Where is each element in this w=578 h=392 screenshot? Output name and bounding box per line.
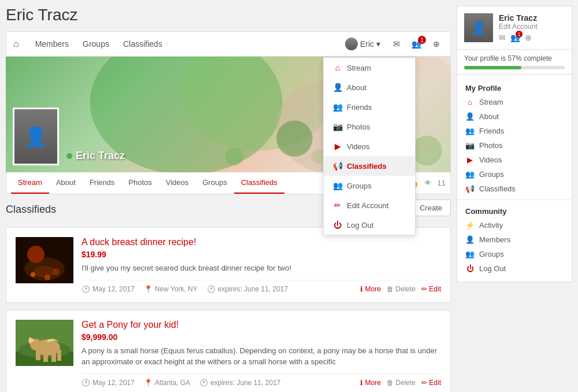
edit-button[interactable]: ✏ Edit — [421, 285, 441, 293]
listing-price: $9,999.00 — [81, 332, 441, 342]
profile-name-overlay: Eric Tracz — [66, 150, 125, 162]
sidebar-item-videos[interactable]: ▶ Videos — [457, 153, 572, 167]
tab-about[interactable]: About — [49, 172, 83, 194]
sidebar-about-label: About — [479, 112, 499, 121]
sidebar-friends-label: Friends — [479, 127, 504, 135]
tab-friends[interactable]: Friends — [83, 172, 121, 194]
delete-button[interactable]: 🗑 Delete — [387, 379, 416, 387]
sidebar-activity-label: Activity — [479, 221, 503, 230]
dropdown-friends[interactable]: 👥 Friends — [324, 97, 415, 117]
svg-point-6 — [225, 147, 243, 165]
community-section-title: Community — [457, 204, 572, 218]
classifieds-icon: 📢 — [333, 161, 342, 171]
dropdown-stream-label: Stream — [347, 64, 371, 72]
svg-point-8 — [412, 135, 442, 165]
user-dropdown-menu: ⌂ Stream 👤 About 👥 Friends 📷 Photos ▶ — [323, 57, 416, 235]
svg-point-13 — [31, 272, 35, 277]
listing-body: Get a Pony for your kid! $9,999.00 A pon… — [81, 320, 441, 387]
listing-body: A duck breast dinner recipe! $19.99 I'll… — [81, 237, 441, 293]
listing-actions: ℹ More 🗑 Delete ✏ Edit — [360, 285, 441, 293]
tab-groups[interactable]: Groups — [195, 172, 234, 194]
pin-icon: 📍 — [144, 379, 153, 387]
dropdown-chevron-icon: ▾ — [376, 39, 380, 49]
listing-expires: 🕐 expires: June 11, 2017 — [207, 285, 288, 293]
sidebar-user-name: Eric Tracz — [499, 13, 565, 23]
dropdown-edit-account[interactable]: ✏ Edit Account — [324, 195, 415, 215]
dropdown-photos-label: Photos — [347, 123, 370, 131]
nav-classifieds[interactable]: Classifieds — [116, 31, 169, 57]
edit-button[interactable]: ✏ Edit — [421, 379, 441, 387]
online-indicator — [66, 153, 72, 159]
sidebar-item-stream[interactable]: ⌂ Stream — [457, 95, 572, 109]
listing-description: I'll give you my secret seared duck brea… — [81, 262, 441, 274]
sidebar-item-classifieds[interactable]: 📢 Classifieds — [457, 182, 572, 196]
delete-button[interactable]: 🗑 Delete — [387, 285, 416, 293]
dropdown-groups[interactable]: 👥 Groups — [324, 176, 415, 195]
dropdown-videos[interactable]: ▶ Videos — [324, 136, 415, 156]
community-groups-nav-icon: 👥 — [465, 250, 475, 258]
sidebar-avatar: 👤 — [464, 13, 493, 42]
dropdown-classifieds[interactable]: 📢 Classifieds — [324, 156, 415, 176]
dropdown-photos[interactable]: 📷 Photos — [324, 117, 415, 136]
sidebar-divider — [457, 199, 572, 200]
mail-icon-btn[interactable]: ✉ — [390, 37, 403, 51]
sidebar-globe-icon[interactable]: ⊕ — [525, 33, 532, 42]
videos-icon: ▶ — [333, 142, 342, 151]
sidebar-edit-link[interactable]: Edit Account — [499, 23, 565, 31]
dropdown-about-label: About — [347, 83, 366, 92]
listing-thumbnail — [16, 320, 73, 366]
sidebar-item-activity[interactable]: ⚡ Activity — [457, 218, 572, 232]
sidebar-mail-icon[interactable]: ✉ — [499, 33, 506, 42]
friends-icon-btn[interactable]: 👥 1 — [408, 37, 425, 51]
globe-icon-btn[interactable]: ⊕ — [429, 37, 443, 51]
right-sidebar: 👤 Eric Tracz Edit Account ✉ 👥 1 ⊕ Your p… — [457, 0, 578, 392]
logout-icon: ⏻ — [333, 220, 342, 230]
nav-groups[interactable]: Groups — [76, 31, 116, 57]
more-button[interactable]: ℹ More — [360, 379, 381, 387]
progress-text: Your profile is 57% complete — [464, 54, 565, 62]
friends-icon: 👥 — [333, 102, 342, 112]
tab-photos[interactable]: Photos — [121, 172, 158, 194]
user-menu-button[interactable]: Eric ▾ — [340, 35, 385, 53]
photos-icon: 📷 — [333, 122, 342, 131]
tab-videos[interactable]: Videos — [159, 172, 196, 194]
sidebar-logout-label: Log Out — [479, 264, 506, 273]
sidebar-user-info: Eric Tracz Edit Account ✉ 👥 1 ⊕ — [499, 13, 565, 42]
tab-stream[interactable]: Stream — [11, 172, 49, 194]
svg-rect-20 — [36, 349, 40, 360]
members-nav-icon: 👤 — [465, 235, 475, 244]
progress-bar-fill — [464, 66, 521, 69]
classifieds-nav-icon: 📢 — [465, 184, 475, 193]
sidebar-navigation: My Profile ⌂ Stream 👤 About 👥 Friends 📷 … — [457, 75, 572, 282]
more-button[interactable]: ℹ More — [360, 285, 381, 293]
sidebar-friends-icon[interactable]: 👥 1 — [510, 33, 520, 42]
home-nav-icon[interactable]: ⌂ — [13, 39, 19, 49]
create-button[interactable]: Create — [411, 199, 451, 216]
listing-price: $19.99 — [81, 250, 441, 259]
dropdown-stream[interactable]: ⌂ Stream — [324, 58, 415, 77]
nav-right: Eric ▾ ✉ 👥 1 ⊕ — [340, 35, 443, 53]
dropdown-about[interactable]: 👤 About — [324, 77, 415, 97]
sidebar-item-friends[interactable]: 👥 Friends — [457, 124, 572, 138]
listing-title[interactable]: A duck breast dinner recipe! — [81, 237, 441, 247]
listing-title[interactable]: Get a Pony for your kid! — [81, 320, 441, 330]
view-count: 11 — [438, 179, 446, 187]
sidebar-item-logout[interactable]: ⏻ Log Out — [457, 261, 572, 276]
stream-icon: ⌂ — [333, 63, 342, 72]
svg-point-11 — [27, 246, 45, 263]
sidebar-item-photos[interactable]: 📷 Photos — [457, 138, 572, 153]
dropdown-logout[interactable]: ⏻ Log Out — [324, 215, 415, 235]
profile-picture[interactable]: 👤 — [13, 108, 59, 165]
tab-classifieds[interactable]: Classifieds — [234, 172, 284, 194]
dropdown-classifieds-label: Classifieds — [347, 162, 387, 171]
sidebar-item-community-groups[interactable]: 👥 Groups — [457, 247, 572, 261]
sidebar-item-about[interactable]: 👤 About — [457, 109, 572, 124]
groups-icon: 👥 — [333, 181, 342, 190]
nav-links: Members Groups Classifieds — [28, 31, 169, 57]
duck-thumb-img — [16, 237, 73, 283]
nav-members[interactable]: Members — [28, 31, 76, 57]
sidebar-item-members[interactable]: 👤 Members — [457, 232, 572, 247]
sidebar-stream-label: Stream — [479, 98, 503, 106]
svg-rect-23 — [57, 350, 61, 361]
sidebar-item-groups[interactable]: 👥 Groups — [457, 167, 572, 182]
